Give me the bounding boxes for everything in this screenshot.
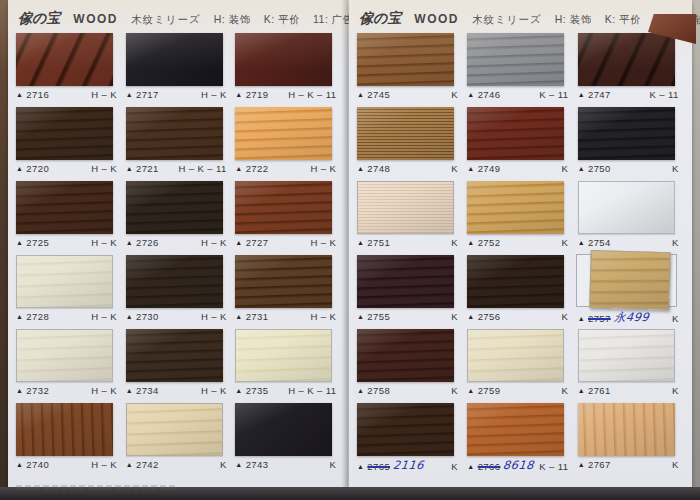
sample-code: K <box>562 163 571 174</box>
sample-id: ▲2727 <box>235 237 268 248</box>
sample-label: ▲2719H – K – 11 <box>235 89 338 100</box>
sample-cell: ▲2745K <box>357 33 467 104</box>
swatch-frame <box>235 107 332 160</box>
sample-label: ▲27668618K – 11 <box>467 459 570 473</box>
series-title: 木纹ミリーズ <box>472 13 542 27</box>
sample-label: ▲2731H – K <box>235 311 338 322</box>
sample-number: 2749 <box>478 163 501 174</box>
sample-id: ▲2751 <box>357 237 390 248</box>
sample-cell: ▲2752K <box>467 181 577 252</box>
sample-number: 2746 <box>478 89 501 100</box>
sample-label: ▲2728H – K <box>16 311 119 322</box>
sample-label: ▲2721H – K – 11 <box>126 163 229 174</box>
wood-swatch-2748 <box>357 107 454 160</box>
wood-swatch-2743 <box>235 403 332 456</box>
sample-code: K <box>451 311 460 322</box>
sample-number: 2719 <box>246 89 269 100</box>
legend-k: K: 平价 <box>605 13 641 27</box>
wood-swatch-2749 <box>467 107 564 160</box>
sample-id: ▲27668618 <box>467 459 534 473</box>
sample-code: H – K <box>91 385 119 396</box>
wood-swatch-2740 <box>16 403 113 456</box>
sample-number: 2748 <box>367 163 390 174</box>
wood-swatch-2725 <box>16 181 113 234</box>
sample-label: ▲2767K <box>578 459 681 470</box>
wood-swatch-2716 <box>16 33 113 86</box>
sample-label: ▲2759K <box>467 385 570 396</box>
triangle-icon: ▲ <box>16 387 23 394</box>
sample-number: 2720 <box>26 163 49 174</box>
sample-label: ▲2761K <box>578 385 681 396</box>
sample-number: 2745 <box>367 89 390 100</box>
sample-cell: ▲2767K <box>578 403 688 474</box>
faint-print <box>16 485 176 490</box>
wood-swatch-2720 <box>16 107 113 160</box>
swatch-frame <box>467 181 564 234</box>
sample-cell: ▲2747K – 11 <box>578 33 688 104</box>
sample-cell: ▲2754K <box>578 181 688 252</box>
wood-swatch-2742 <box>126 403 223 456</box>
sample-number: 2757 <box>588 313 611 324</box>
wood-swatch-2717 <box>126 33 223 86</box>
triangle-icon: ▲ <box>578 239 585 246</box>
triangle-icon: ▲ <box>357 387 364 394</box>
swatch-frame <box>467 329 564 382</box>
sample-code: H – K <box>91 237 119 248</box>
sample-label: ▲2756K <box>467 311 570 322</box>
triangle-icon: ▲ <box>126 387 133 394</box>
sample-code: K <box>672 163 681 174</box>
sample-number: 2730 <box>136 311 159 322</box>
triangle-icon: ▲ <box>235 165 242 172</box>
triangle-icon: ▲ <box>467 239 474 246</box>
triangle-icon: ▲ <box>16 165 23 172</box>
sample-cell: ▲2749K <box>467 107 577 178</box>
sample-number: 2747 <box>588 89 611 100</box>
catalog-page-left: 傢の宝 WOOD 木纹ミリーズ H: 装饰 K: 平价 11: 广告软片 ▲27… <box>8 0 349 487</box>
swatch-frame <box>16 329 113 382</box>
sample-id: ▲2721 <box>126 163 159 174</box>
sample-label: ▲2748K <box>357 163 460 174</box>
sample-cell: ▲2742K <box>126 403 236 474</box>
sample-code: H – K – 11 <box>288 89 338 100</box>
sample-cell: ▲2743K <box>235 403 345 474</box>
sample-cell: ▲2761K <box>578 329 688 400</box>
sample-label: ▲2720H – K <box>16 163 119 174</box>
sample-label: ▲27652116K <box>357 459 460 473</box>
triangle-icon: ▲ <box>467 165 474 172</box>
swatch-frame <box>578 329 675 382</box>
triangle-icon: ▲ <box>126 239 133 246</box>
swatch-frame <box>578 33 675 86</box>
sample-number: 2755 <box>367 311 390 322</box>
sample-number: 2722 <box>246 163 269 174</box>
triangle-icon: ▲ <box>578 387 585 394</box>
swatch-frame <box>467 403 564 456</box>
brand-logo: 傢の宝 <box>18 10 61 29</box>
sample-label: ▲2754K <box>578 237 681 248</box>
sample-number: 2740 <box>26 459 49 470</box>
sample-number: 2732 <box>26 385 49 396</box>
wood-swatch-2759 <box>467 329 564 382</box>
triangle-icon: ▲ <box>16 461 23 468</box>
sample-code: K <box>672 237 681 248</box>
sample-number: 2726 <box>136 237 159 248</box>
sample-id: ▲2722 <box>235 163 268 174</box>
swatch-frame <box>357 403 454 456</box>
triangle-icon: ▲ <box>16 91 23 98</box>
sample-cell: ▲2756K <box>467 255 577 326</box>
swatch-frame <box>235 255 332 308</box>
wood-swatch-2722 <box>235 107 332 160</box>
triangle-icon: ▲ <box>357 313 364 320</box>
sample-number: 2731 <box>246 311 269 322</box>
sample-id: ▲2758 <box>357 385 390 396</box>
sample-cell: ▲2740H – K <box>16 403 126 474</box>
triangle-icon: ▲ <box>235 239 242 246</box>
swatch-frame <box>578 107 675 160</box>
wood-swatch-2746 <box>467 33 564 86</box>
sample-id: ▲2731 <box>235 311 268 322</box>
sample-id: ▲2716 <box>16 89 49 100</box>
wood-swatch-2727 <box>235 181 332 234</box>
sample-label: ▲2730H – K <box>126 311 229 322</box>
sample-cell: ▲2722H – K <box>235 107 345 178</box>
wood-swatch-2757 <box>589 250 671 310</box>
catalog-page-right: 傢の宝 WOOD 木纹ミリーズ H: 装饰 K: 平价 11: 广告软片 ▲27… <box>349 0 692 487</box>
